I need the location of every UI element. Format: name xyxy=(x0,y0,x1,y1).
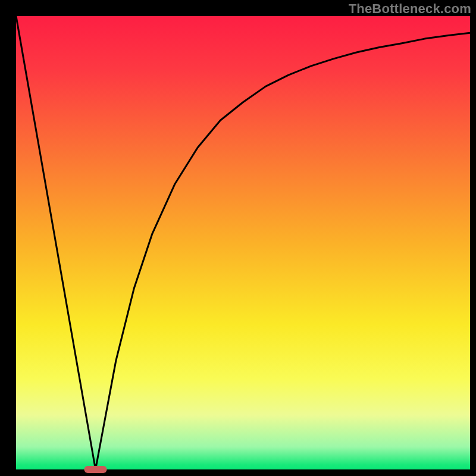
bottleneck-chart xyxy=(0,0,476,476)
minimum-marker xyxy=(84,466,107,473)
chart-container: TheBottleneck.com xyxy=(0,0,476,476)
watermark-text: TheBottleneck.com xyxy=(349,1,471,17)
